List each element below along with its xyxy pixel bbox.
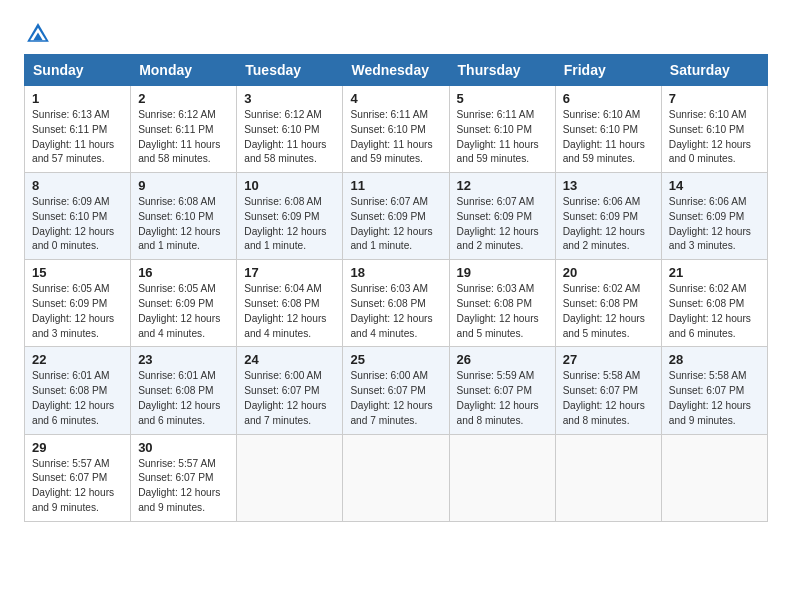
calendar-cell: 18Sunrise: 6:03 AMSunset: 6:08 PMDayligh…	[343, 260, 449, 347]
calendar-cell: 13Sunrise: 6:06 AMSunset: 6:09 PMDayligh…	[555, 173, 661, 260]
day-info: Sunrise: 5:57 AMSunset: 6:07 PMDaylight:…	[138, 457, 229, 516]
calendar-cell: 14Sunrise: 6:06 AMSunset: 6:09 PMDayligh…	[661, 173, 767, 260]
day-number: 4	[350, 91, 441, 106]
day-number: 28	[669, 352, 760, 367]
calendar-row: 1Sunrise: 6:13 AMSunset: 6:11 PMDaylight…	[25, 86, 768, 173]
day-number: 19	[457, 265, 548, 280]
day-info: Sunrise: 6:05 AMSunset: 6:09 PMDaylight:…	[32, 282, 123, 341]
calendar-cell-empty	[555, 434, 661, 521]
day-number: 26	[457, 352, 548, 367]
day-info: Sunrise: 6:02 AMSunset: 6:08 PMDaylight:…	[669, 282, 760, 341]
day-info: Sunrise: 6:07 AMSunset: 6:09 PMDaylight:…	[457, 195, 548, 254]
calendar-cell: 21Sunrise: 6:02 AMSunset: 6:08 PMDayligh…	[661, 260, 767, 347]
day-info: Sunrise: 6:12 AMSunset: 6:10 PMDaylight:…	[244, 108, 335, 167]
logo-icon	[24, 20, 52, 48]
day-info: Sunrise: 6:04 AMSunset: 6:08 PMDaylight:…	[244, 282, 335, 341]
calendar-row: 15Sunrise: 6:05 AMSunset: 6:09 PMDayligh…	[25, 260, 768, 347]
header-monday: Monday	[131, 55, 237, 86]
day-info: Sunrise: 5:58 AMSunset: 6:07 PMDaylight:…	[563, 369, 654, 428]
calendar-cell: 20Sunrise: 6:02 AMSunset: 6:08 PMDayligh…	[555, 260, 661, 347]
calendar-row: 29Sunrise: 5:57 AMSunset: 6:07 PMDayligh…	[25, 434, 768, 521]
day-number: 24	[244, 352, 335, 367]
day-number: 15	[32, 265, 123, 280]
day-info: Sunrise: 5:58 AMSunset: 6:07 PMDaylight:…	[669, 369, 760, 428]
calendar-row: 22Sunrise: 6:01 AMSunset: 6:08 PMDayligh…	[25, 347, 768, 434]
calendar-cell: 7Sunrise: 6:10 AMSunset: 6:10 PMDaylight…	[661, 86, 767, 173]
calendar-cell: 3Sunrise: 6:12 AMSunset: 6:10 PMDaylight…	[237, 86, 343, 173]
day-number: 23	[138, 352, 229, 367]
calendar-cell: 22Sunrise: 6:01 AMSunset: 6:08 PMDayligh…	[25, 347, 131, 434]
day-info: Sunrise: 6:01 AMSunset: 6:08 PMDaylight:…	[138, 369, 229, 428]
calendar-cell-empty	[661, 434, 767, 521]
calendar-cell: 29Sunrise: 5:57 AMSunset: 6:07 PMDayligh…	[25, 434, 131, 521]
day-info: Sunrise: 6:06 AMSunset: 6:09 PMDaylight:…	[669, 195, 760, 254]
day-number: 9	[138, 178, 229, 193]
day-info: Sunrise: 6:02 AMSunset: 6:08 PMDaylight:…	[563, 282, 654, 341]
calendar-table: SundayMondayTuesdayWednesdayThursdayFrid…	[24, 54, 768, 522]
day-number: 22	[32, 352, 123, 367]
day-info: Sunrise: 6:13 AMSunset: 6:11 PMDaylight:…	[32, 108, 123, 167]
day-info: Sunrise: 5:59 AMSunset: 6:07 PMDaylight:…	[457, 369, 548, 428]
day-info: Sunrise: 6:11 AMSunset: 6:10 PMDaylight:…	[350, 108, 441, 167]
calendar-cell-empty	[237, 434, 343, 521]
day-number: 20	[563, 265, 654, 280]
calendar-row: 8Sunrise: 6:09 AMSunset: 6:10 PMDaylight…	[25, 173, 768, 260]
calendar-cell: 19Sunrise: 6:03 AMSunset: 6:08 PMDayligh…	[449, 260, 555, 347]
day-info: Sunrise: 6:11 AMSunset: 6:10 PMDaylight:…	[457, 108, 548, 167]
day-info: Sunrise: 6:05 AMSunset: 6:09 PMDaylight:…	[138, 282, 229, 341]
day-number: 21	[669, 265, 760, 280]
day-number: 16	[138, 265, 229, 280]
calendar-cell: 17Sunrise: 6:04 AMSunset: 6:08 PMDayligh…	[237, 260, 343, 347]
calendar-cell: 11Sunrise: 6:07 AMSunset: 6:09 PMDayligh…	[343, 173, 449, 260]
day-number: 25	[350, 352, 441, 367]
calendar-cell-empty	[343, 434, 449, 521]
calendar-cell: 1Sunrise: 6:13 AMSunset: 6:11 PMDaylight…	[25, 86, 131, 173]
day-number: 27	[563, 352, 654, 367]
day-info: Sunrise: 6:08 AMSunset: 6:09 PMDaylight:…	[244, 195, 335, 254]
calendar-cell-empty	[449, 434, 555, 521]
calendar-cell: 27Sunrise: 5:58 AMSunset: 6:07 PMDayligh…	[555, 347, 661, 434]
day-number: 3	[244, 91, 335, 106]
day-number: 1	[32, 91, 123, 106]
header-tuesday: Tuesday	[237, 55, 343, 86]
day-number: 7	[669, 91, 760, 106]
calendar-cell: 30Sunrise: 5:57 AMSunset: 6:07 PMDayligh…	[131, 434, 237, 521]
page-header	[24, 20, 768, 48]
calendar-cell: 8Sunrise: 6:09 AMSunset: 6:10 PMDaylight…	[25, 173, 131, 260]
calendar-cell: 5Sunrise: 6:11 AMSunset: 6:10 PMDaylight…	[449, 86, 555, 173]
day-info: Sunrise: 6:10 AMSunset: 6:10 PMDaylight:…	[563, 108, 654, 167]
day-number: 14	[669, 178, 760, 193]
calendar-cell: 16Sunrise: 6:05 AMSunset: 6:09 PMDayligh…	[131, 260, 237, 347]
day-number: 18	[350, 265, 441, 280]
day-number: 29	[32, 440, 123, 455]
calendar-cell: 4Sunrise: 6:11 AMSunset: 6:10 PMDaylight…	[343, 86, 449, 173]
header-thursday: Thursday	[449, 55, 555, 86]
calendar-cell: 23Sunrise: 6:01 AMSunset: 6:08 PMDayligh…	[131, 347, 237, 434]
logo	[24, 20, 56, 48]
day-number: 2	[138, 91, 229, 106]
day-info: Sunrise: 6:06 AMSunset: 6:09 PMDaylight:…	[563, 195, 654, 254]
day-info: Sunrise: 6:09 AMSunset: 6:10 PMDaylight:…	[32, 195, 123, 254]
calendar-cell: 26Sunrise: 5:59 AMSunset: 6:07 PMDayligh…	[449, 347, 555, 434]
day-number: 30	[138, 440, 229, 455]
day-info: Sunrise: 5:57 AMSunset: 6:07 PMDaylight:…	[32, 457, 123, 516]
header-friday: Friday	[555, 55, 661, 86]
day-info: Sunrise: 6:03 AMSunset: 6:08 PMDaylight:…	[350, 282, 441, 341]
day-info: Sunrise: 6:12 AMSunset: 6:11 PMDaylight:…	[138, 108, 229, 167]
day-number: 6	[563, 91, 654, 106]
day-info: Sunrise: 6:10 AMSunset: 6:10 PMDaylight:…	[669, 108, 760, 167]
day-number: 11	[350, 178, 441, 193]
day-number: 13	[563, 178, 654, 193]
calendar-cell: 28Sunrise: 5:58 AMSunset: 6:07 PMDayligh…	[661, 347, 767, 434]
day-number: 17	[244, 265, 335, 280]
calendar-cell: 12Sunrise: 6:07 AMSunset: 6:09 PMDayligh…	[449, 173, 555, 260]
calendar-cell: 2Sunrise: 6:12 AMSunset: 6:11 PMDaylight…	[131, 86, 237, 173]
day-info: Sunrise: 6:07 AMSunset: 6:09 PMDaylight:…	[350, 195, 441, 254]
header-saturday: Saturday	[661, 55, 767, 86]
header-sunday: Sunday	[25, 55, 131, 86]
calendar-cell: 15Sunrise: 6:05 AMSunset: 6:09 PMDayligh…	[25, 260, 131, 347]
calendar-cell: 24Sunrise: 6:00 AMSunset: 6:07 PMDayligh…	[237, 347, 343, 434]
day-number: 8	[32, 178, 123, 193]
calendar-header-row: SundayMondayTuesdayWednesdayThursdayFrid…	[25, 55, 768, 86]
calendar-cell: 6Sunrise: 6:10 AMSunset: 6:10 PMDaylight…	[555, 86, 661, 173]
